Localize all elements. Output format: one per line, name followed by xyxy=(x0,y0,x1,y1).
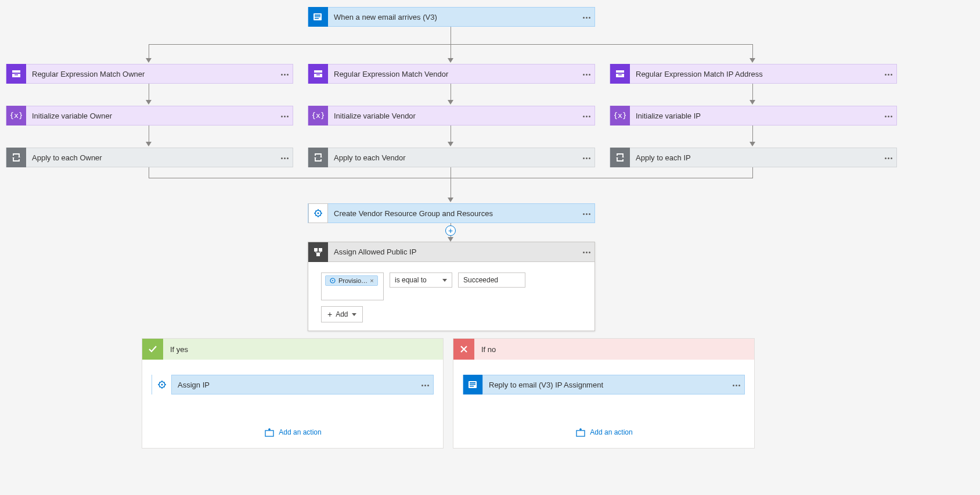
more-menu[interactable] xyxy=(578,112,595,120)
action-var-owner[interactable]: Initialize variable Owner xyxy=(6,106,293,125)
remove-pill-button[interactable]: × xyxy=(370,277,373,284)
variable-icon xyxy=(610,106,630,125)
more-menu[interactable] xyxy=(578,13,595,21)
action-apply-ip[interactable]: Apply to each IP xyxy=(610,148,897,167)
gear-icon xyxy=(329,277,336,284)
variable-icon xyxy=(6,106,26,125)
branch-title: If no xyxy=(481,345,496,354)
drawer-icon xyxy=(308,64,328,84)
action-regex-ip[interactable]: Regular Expression Match IP Address xyxy=(610,64,897,84)
gear-icon xyxy=(152,375,172,394)
more-menu[interactable] xyxy=(578,153,595,162)
more-menu[interactable] xyxy=(417,381,433,389)
drawer-icon xyxy=(6,64,26,84)
condition-assign-allowed-ip: Assign Allowed Public IP Provisio… × is … xyxy=(308,242,595,331)
svg-point-15 xyxy=(332,280,333,281)
branch-if-no: If no Reply to email (V3) IP Assignment … xyxy=(453,338,755,449)
gear-icon xyxy=(308,203,328,223)
condition-operator-select[interactable]: is equal to xyxy=(390,272,452,288)
more-menu[interactable] xyxy=(880,70,896,78)
more-menu[interactable] xyxy=(880,153,896,162)
add-action-no-button[interactable]: Add an action xyxy=(463,427,745,437)
more-menu[interactable] xyxy=(276,70,293,78)
branch-if-yes: If yes Assign IP Add an action xyxy=(142,338,444,449)
loop-icon xyxy=(308,148,328,167)
chevron-down-icon xyxy=(442,279,447,282)
more-menu[interactable] xyxy=(276,112,293,120)
drawer-icon xyxy=(610,64,630,84)
add-condition-row-button[interactable]: + Add xyxy=(321,306,363,322)
action-regex-owner[interactable]: Regular Expression Match Owner xyxy=(6,64,293,84)
more-menu[interactable] xyxy=(578,209,595,218)
loop-icon xyxy=(6,148,26,167)
more-menu[interactable] xyxy=(578,248,595,256)
condition-icon xyxy=(308,242,328,262)
action-assign-ip[interactable]: Assign IP xyxy=(152,375,434,394)
action-reply-email[interactable]: Reply to email (V3) IP Assignment xyxy=(463,375,745,394)
action-regex-vendor[interactable]: Regular Expression Match Vendor xyxy=(308,64,595,84)
add-action-yes-button[interactable]: Add an action xyxy=(152,427,434,437)
trigger-email-arrives[interactable]: When a new email arrives (V3) xyxy=(308,7,595,27)
loop-icon xyxy=(610,148,630,167)
more-menu[interactable] xyxy=(728,381,744,389)
outlook-icon xyxy=(308,7,328,27)
more-menu[interactable] xyxy=(276,153,293,162)
more-menu[interactable] xyxy=(880,112,896,120)
branch-title: If yes xyxy=(170,345,188,354)
condition-header[interactable]: Assign Allowed Public IP xyxy=(308,242,595,262)
condition-left-operand[interactable]: Provisio… × xyxy=(321,272,384,300)
trigger-label: When a new email arrives (V3) xyxy=(328,13,578,21)
insert-step-button[interactable]: + xyxy=(445,225,456,236)
action-create-resource-group[interactable]: Create Vendor Resource Group and Resourc… xyxy=(308,203,595,223)
x-icon xyxy=(453,339,474,360)
variable-icon xyxy=(308,106,328,125)
dynamic-content-pill[interactable]: Provisio… × xyxy=(325,275,378,286)
check-icon xyxy=(142,339,163,360)
action-var-ip[interactable]: Initialize variable IP xyxy=(610,106,897,125)
add-action-icon xyxy=(575,427,585,437)
outlook-icon xyxy=(463,375,483,394)
more-menu[interactable] xyxy=(578,70,595,78)
add-action-icon xyxy=(264,427,274,437)
action-var-vendor[interactable]: Initialize variable Vendor xyxy=(308,106,595,125)
chevron-down-icon xyxy=(352,313,356,316)
action-apply-owner[interactable]: Apply to each Owner xyxy=(6,148,293,167)
condition-right-value[interactable]: Succeeded xyxy=(458,272,525,288)
action-apply-vendor[interactable]: Apply to each Vendor xyxy=(308,148,595,167)
